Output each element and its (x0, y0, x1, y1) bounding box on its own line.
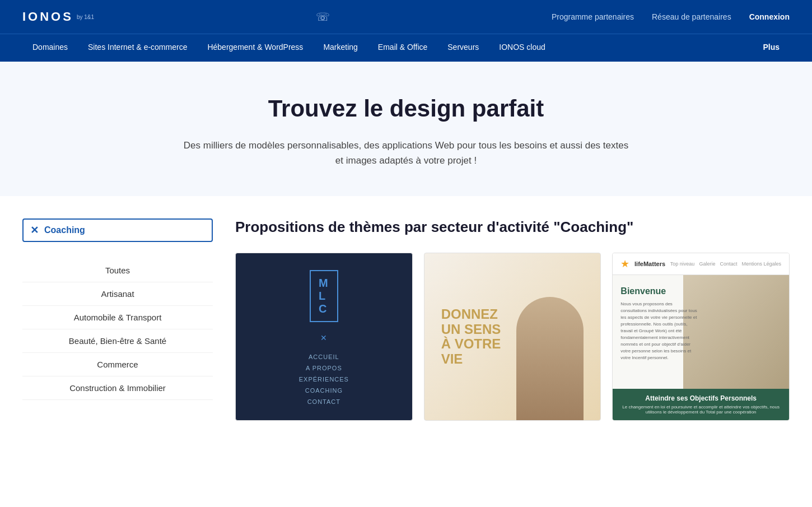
card1-menu-item: COACHING (299, 387, 349, 394)
card3-nav-item: Contact (720, 261, 737, 267)
card3-nav-item: Top niveau (670, 261, 695, 267)
top-bar-left: IONOS by 1&1 (22, 10, 94, 24)
card2-person-silhouette (516, 297, 584, 420)
card3-header: ★ lifeMatters Top niveau Galerie Contact… (613, 253, 789, 275)
category-artisanat[interactable]: Artisanat (22, 282, 213, 306)
search-filter[interactable]: ✕ Coaching (22, 218, 213, 242)
logo-by: by 1&1 (77, 14, 94, 20)
main-nav: Domaines Sites Internet & e-commerce Héb… (0, 34, 812, 62)
nav-serveurs[interactable]: Serveurs (437, 34, 489, 62)
theme-card-2[interactable]: DONNEZ UN SENS À VOTRE VIE (424, 253, 601, 421)
card1-x: ✕ (320, 333, 327, 342)
card3-footer: Atteindre ses Objectifs Personnels Le ch… (613, 389, 789, 420)
card3-hero: Bienvenue Nous vous proposons des consul… (613, 275, 789, 389)
card1-menu-item: CONTACT (299, 398, 349, 405)
sidebar: ✕ Coaching Toutes Artisanat Automobile &… (22, 218, 213, 421)
nav-marketing[interactable]: Marketing (313, 34, 367, 62)
card3-brand: lifeMatters (634, 261, 665, 267)
theme-card-3[interactable]: ★ lifeMatters Top niveau Galerie Contact… (612, 253, 790, 421)
card3-footer-desc: Le changement en loi et poursuivre et ac… (620, 404, 781, 415)
card2-line1: DONNEZ (441, 308, 501, 322)
nav-ionos-cloud[interactable]: IONOS cloud (489, 34, 555, 62)
card3-logo-icon: ★ (620, 258, 629, 270)
connexion-button[interactable]: Connexion (749, 12, 790, 21)
card3-welcome: Bienvenue (620, 286, 789, 296)
nav-plus[interactable]: Plus (753, 34, 790, 62)
card3-description: Nous vous proposons des consultations in… (620, 301, 699, 361)
card1-menu-item: EXPÉRIENCES (299, 376, 349, 383)
search-value: Coaching (44, 225, 85, 235)
card2-line2: UN SENS (441, 322, 501, 337)
card1-menu-item: A PROPOS (299, 365, 349, 371)
main-content: Propositions de thèmes par secteur d'act… (235, 218, 790, 421)
card1-menu-item: ACCUEIL (299, 353, 349, 360)
logo-text: IONOS (22, 10, 73, 24)
nav-domaines[interactable]: Domaines (22, 34, 78, 62)
partner-program-link[interactable]: Programme partenaires (552, 12, 634, 21)
card3-nav-item: Galerie (699, 261, 715, 267)
themes-grid: MLC ✕ ACCUEIL A PROPOS EXPÉRIENCES COACH… (235, 253, 790, 421)
clear-search-icon[interactable]: ✕ (30, 224, 39, 236)
category-toutes[interactable]: Toutes (22, 259, 213, 282)
content-area: ✕ Coaching Toutes Artisanat Automobile &… (0, 196, 812, 454)
hero-section: Trouvez le design parfait Des milliers d… (0, 62, 812, 196)
category-beaute[interactable]: Beauté, Bien-être & Santé (22, 329, 213, 353)
hero-subtitle: Des milliers de modèles personnalisables… (182, 138, 630, 168)
section-title: Propositions de thèmes par secteur d'act… (235, 218, 790, 236)
card3-content: Bienvenue Nous vous proposons des consul… (620, 286, 789, 361)
logo[interactable]: IONOS by 1&1 (22, 10, 94, 24)
top-bar: IONOS by 1&1 ☏ Programme partenaires Rés… (0, 0, 812, 34)
category-list: Toutes Artisanat Automobile & Transport … (22, 259, 213, 400)
nav-hebergement[interactable]: Hébergement & WordPress (197, 34, 313, 62)
card1-menu: ACCUEIL A PROPOS EXPÉRIENCES COACHING CO… (299, 353, 349, 410)
category-construction[interactable]: Construction & Immobilier (22, 376, 213, 400)
partner-network-link[interactable]: Réseau de partenaires (652, 12, 731, 21)
theme-card-1[interactable]: MLC ✕ ACCUEIL A PROPOS EXPÉRIENCES COACH… (235, 253, 413, 421)
category-automobile[interactable]: Automobile & Transport (22, 306, 213, 329)
hero-title: Trouvez le design parfait (22, 95, 790, 122)
card2-text: DONNEZ UN SENS À VOTRE VIE (441, 308, 501, 367)
card3-nav: Top niveau Galerie Contact Mentions Léga… (670, 261, 781, 267)
card1-logo: MLC (310, 270, 338, 322)
nav-sites-internet[interactable]: Sites Internet & e-commerce (78, 34, 197, 62)
card2-line4: VIE (441, 352, 501, 366)
nav-email-office[interactable]: Email & Office (368, 34, 437, 62)
card3-footer-title: Atteindre ses Objectifs Personnels (620, 394, 781, 402)
phone-icon: ☏ (316, 10, 330, 24)
card2-line3: À VOTRE (441, 337, 501, 351)
card3-nav-item: Mentions Légales (741, 261, 781, 267)
category-commerce[interactable]: Commerce (22, 353, 213, 376)
top-bar-right: Programme partenaires Réseau de partenai… (552, 12, 790, 21)
